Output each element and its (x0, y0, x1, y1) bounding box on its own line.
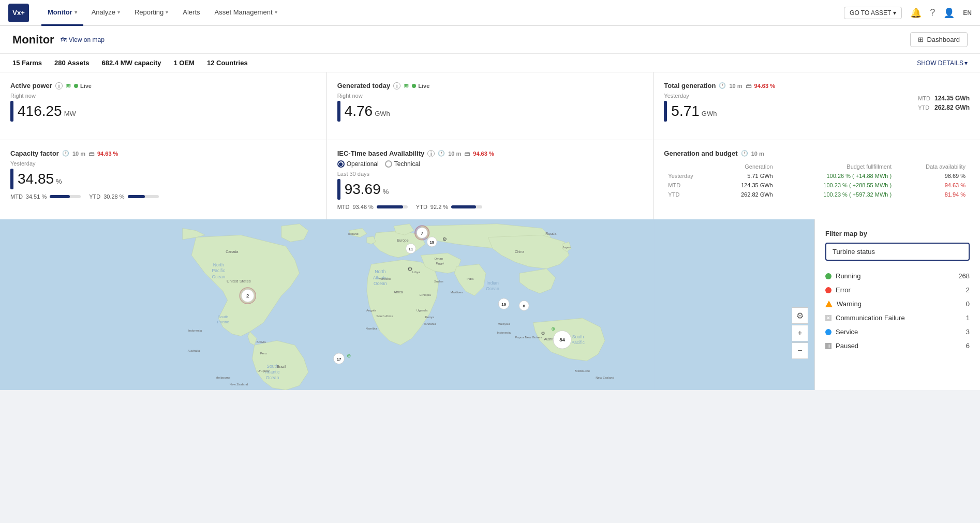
card-title-generated-today: Generated today (337, 82, 391, 89)
card-value-total-generation: 5.71 GWh (671, 103, 717, 119)
chevron-down-icon: ▾ (964, 59, 968, 67)
legend-item: Warning 0 (825, 297, 970, 311)
filter-title: Filter map by (825, 230, 970, 237)
filter-select[interactable]: Turbine status (825, 243, 970, 261)
map-zoom-out-button[interactable]: − (792, 342, 808, 359)
nav-item-alerts[interactable]: Alerts (176, 0, 206, 26)
svg-text:⊕: ⊕ (551, 326, 555, 332)
clock-icon: 🕐 (741, 150, 748, 157)
card-title-capacity-factor: Capacity factor (10, 150, 59, 157)
card-indicator (337, 101, 340, 122)
card-gen-budget: Generation and budget 🕐 10 m Generation … (654, 140, 980, 219)
legend-item: Error 2 (825, 283, 970, 297)
svg-text:Morocco: Morocco (379, 277, 391, 280)
info-icon[interactable]: i (427, 150, 435, 157)
language-selector[interactable]: EN (963, 9, 972, 17)
svg-text:United States: United States (227, 279, 251, 283)
logo[interactable]: Vx+ (8, 4, 29, 22)
card-generated-today: Generated today i ≋ Live Right now 4.76 … (327, 72, 654, 140)
svg-text:Africa: Africa (394, 290, 403, 294)
summary-capacity: 682.4 MW capacity (102, 59, 161, 67)
notification-icon[interactable]: 🔔 (910, 7, 922, 19)
mtd-bar (377, 205, 403, 208)
summary-oem: 1 OEM (173, 59, 194, 67)
svg-text:Papua New Guinea: Papua New Guinea (515, 336, 542, 339)
page-header-left: Monitor 🗺 View on map (12, 33, 105, 47)
svg-text:8: 8 (523, 304, 526, 308)
go-to-asset-button[interactable]: GO TO ASSET ▾ (844, 7, 902, 19)
nav-item-reporting[interactable]: Reporting ▾ (128, 0, 174, 26)
svg-text:Ethiopia: Ethiopia (420, 293, 432, 296)
map-controls: ⚙ + − (792, 307, 808, 359)
card-indicator (664, 101, 667, 122)
dashboard-button[interactable]: ⊞ Dashboard (910, 32, 968, 47)
mtd-bar (50, 195, 70, 198)
cards-grid: Active power i ≋ Live Right now 416.25 M… (0, 72, 980, 219)
svg-text:⚙: ⚙ (407, 265, 413, 273)
svg-text:Uruguay: Uruguay (258, 369, 270, 372)
svg-text:Indonesia: Indonesia (188, 329, 202, 332)
svg-text:Ocean: Ocean (212, 274, 225, 279)
page-title: Monitor (12, 33, 54, 47)
svg-text:Ocean: Ocean (266, 375, 279, 380)
card-value-generated-today: 4.76 GWh (345, 103, 390, 119)
clock-icon: 🕐 (438, 150, 445, 157)
nav-right: GO TO ASSET ▾ 🔔 ? 👤 EN (844, 7, 972, 19)
gen-budget-table: Generation Budget fullfillment Data avai… (664, 161, 970, 200)
map-container[interactable]: North Pacific Ocean North Atlantic Ocean… (0, 219, 814, 390)
legend-item: Service 3 (825, 325, 970, 339)
radio-operational[interactable]: Operational (337, 160, 379, 168)
map-icon: 🗺 (61, 36, 67, 43)
nav-item-asset-management[interactable]: Asset Management ▾ (209, 0, 284, 26)
svg-text:Pacific: Pacific (217, 320, 229, 324)
radio-technical[interactable]: Technical (385, 160, 420, 168)
interval-badge: 10 m (729, 83, 742, 89)
svg-text:New Zealand: New Zealand (229, 383, 248, 386)
svg-text:Peru: Peru (260, 352, 267, 355)
card-title-total-generation: Total generation (664, 82, 716, 89)
svg-text:Bolivia: Bolivia (257, 340, 266, 343)
legend-item: ✕ Communication Failure 1 (825, 311, 970, 325)
svg-text:Australia: Australia (188, 349, 200, 352)
svg-text:Sudan: Sudan (434, 280, 443, 283)
availability-options: Operational Technical (337, 160, 643, 168)
chevron-down-icon: ▾ (75, 9, 77, 15)
legend-item: Running 268 (825, 269, 970, 283)
nav-items: Monitor ▾ Analyze ▾ Reporting ▾ Alerts A… (41, 0, 844, 26)
card-value-active-power: 416.25 MW (18, 103, 76, 119)
svg-text:Namibia: Namibia (365, 327, 377, 330)
database-icon: 🗃 (746, 83, 751, 89)
svg-text:⚙: ⚙ (541, 331, 545, 336)
svg-text:2: 2 (246, 293, 249, 298)
svg-text:Europe: Europe (397, 238, 409, 243)
svg-text:Pacific: Pacific (571, 340, 585, 345)
svg-text:11: 11 (409, 247, 413, 251)
user-icon[interactable]: 👤 (943, 7, 955, 19)
radio-icon (385, 160, 392, 168)
view-on-map-button[interactable]: 🗺 View on map (61, 36, 105, 43)
svg-text:Pacific: Pacific (212, 268, 225, 273)
live-badge: Live (74, 83, 92, 89)
card-title-availability: IEC-Time based Availability (337, 150, 425, 157)
info-icon[interactable]: i (393, 82, 400, 89)
summary-farms: 15 Farms (12, 59, 42, 67)
map-zoom-in-button[interactable]: + (792, 325, 808, 341)
database-icon: 🗃 (88, 151, 94, 157)
svg-text:Ocean: Ocean (486, 286, 499, 291)
svg-text:⚙: ⚙ (442, 236, 447, 242)
live-dot (412, 84, 416, 88)
navbar: Vx+ Monitor ▾ Analyze ▾ Reporting ▾ Aler… (0, 0, 980, 26)
map-filter-button[interactable]: ⚙ (792, 307, 808, 324)
show-details-button[interactable]: SHOW DETAILS ▾ (917, 59, 968, 67)
nav-item-monitor[interactable]: Monitor ▾ (41, 0, 83, 26)
legend-container: Running 268 Error 2 Warning 0 ✕ Communic… (825, 269, 970, 353)
info-icon[interactable]: i (55, 82, 63, 89)
logo-text: Vx+ (12, 9, 25, 17)
card-title-active-power: Active power (10, 82, 52, 89)
svg-text:Maldives: Maldives (451, 291, 463, 294)
live-badge: Live (412, 83, 429, 89)
help-icon[interactable]: ? (930, 7, 935, 18)
card-title-gen-budget: Generation and budget (664, 150, 737, 157)
svg-text:Melbourne: Melbourne (575, 369, 590, 372)
nav-item-analyze[interactable]: Analyze ▾ (85, 0, 126, 26)
